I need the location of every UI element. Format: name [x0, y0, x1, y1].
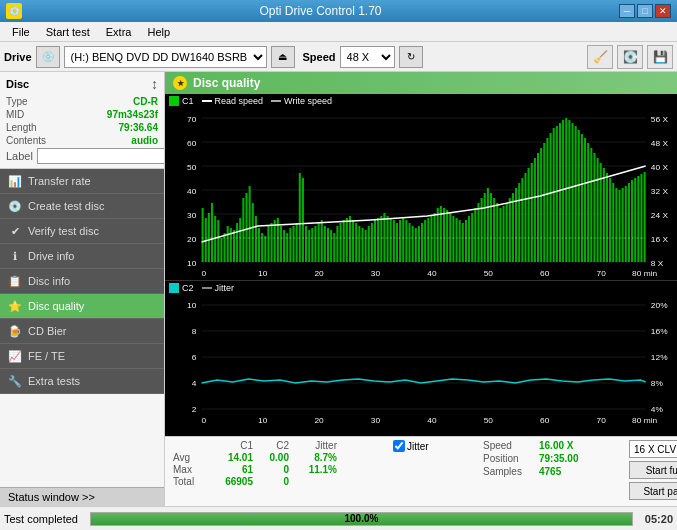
max-label: Max — [173, 464, 205, 475]
svg-text:10: 10 — [187, 259, 197, 268]
svg-rect-109 — [446, 210, 448, 262]
disc-title: Disc — [6, 78, 29, 90]
sidebar-item-fe-te[interactable]: 📈 FE / TE — [0, 344, 164, 369]
svg-rect-105 — [434, 213, 436, 262]
start-full-button[interactable]: Start full — [629, 461, 677, 479]
svg-text:30: 30 — [371, 416, 381, 425]
speed-select[interactable]: 48 X 40 X 32 X — [340, 46, 395, 68]
c1-header: C1 — [209, 440, 253, 451]
total-label: Total — [173, 476, 205, 487]
samples-key: Samples — [483, 466, 533, 477]
jitter-legend-label: Jitter — [215, 283, 235, 293]
svg-rect-57 — [283, 230, 285, 262]
status-window-btn[interactable]: Status window >> — [0, 487, 164, 506]
svg-rect-147 — [565, 118, 567, 262]
svg-rect-117 — [471, 213, 473, 262]
drive-icon-btn[interactable]: 💿 — [36, 46, 60, 68]
contents-value: audio — [131, 135, 158, 146]
svg-rect-67 — [314, 226, 316, 262]
svg-rect-151 — [578, 130, 580, 262]
sidebar-item-transfer-rate[interactable]: 📊 Transfer rate — [0, 169, 164, 194]
drive-select[interactable]: (H:) BENQ DVD DD DW1640 BSRB — [64, 46, 267, 68]
svg-rect-66 — [311, 228, 313, 262]
svg-rect-51 — [264, 236, 266, 262]
maximize-button[interactable]: □ — [637, 4, 653, 18]
svg-rect-85 — [371, 223, 373, 262]
avg-label: Avg — [173, 452, 205, 463]
svg-rect-174 — [165, 295, 677, 425]
svg-rect-83 — [365, 230, 367, 262]
menu-extra[interactable]: Extra — [98, 24, 140, 40]
svg-rect-90 — [387, 216, 389, 262]
svg-text:40 X: 40 X — [651, 163, 669, 172]
svg-rect-139 — [540, 148, 542, 262]
svg-rect-48 — [255, 216, 257, 262]
svg-text:70: 70 — [597, 416, 607, 425]
svg-rect-62 — [299, 173, 301, 262]
svg-rect-61 — [296, 223, 298, 262]
svg-text:12%: 12% — [651, 353, 668, 362]
clean-icon[interactable]: 🧹 — [587, 45, 613, 69]
svg-text:20: 20 — [187, 235, 197, 244]
sidebar: Disc ↕ Type CD-R MID 97m34s23f Length 79… — [0, 72, 165, 506]
svg-rect-60 — [292, 226, 294, 262]
jitter-checkbox[interactable] — [393, 440, 405, 452]
svg-text:56 X: 56 X — [651, 115, 669, 124]
svg-rect-88 — [380, 216, 382, 262]
menu-start-test[interactable]: Start test — [38, 24, 98, 40]
svg-rect-87 — [377, 218, 379, 262]
sidebar-item-verify-test-disc[interactable]: ✔ Verify test disc — [0, 219, 164, 244]
svg-rect-169 — [634, 178, 636, 262]
mid-value: 97m34s23f — [107, 109, 158, 120]
length-label: Length — [6, 122, 37, 133]
svg-rect-163 — [615, 188, 617, 262]
svg-rect-114 — [462, 223, 464, 262]
sidebar-item-drive-info[interactable]: ℹ Drive info — [0, 244, 164, 269]
svg-rect-69 — [321, 220, 323, 262]
sidebar-item-cd-bier[interactable]: 🍺 CD Bier — [0, 319, 164, 344]
svg-rect-31 — [202, 208, 204, 262]
refresh-button[interactable]: ↻ — [399, 46, 423, 68]
save-icon[interactable]: 💾 — [647, 45, 673, 69]
sidebar-item-disc-info[interactable]: 📋 Disc info — [0, 269, 164, 294]
svg-rect-56 — [280, 226, 282, 262]
speed-mode-select[interactable]: 16 X CLV 24 X CLV 32 X CLV 48 X CLV MAX … — [629, 440, 677, 458]
svg-rect-86 — [374, 220, 376, 262]
menu-help[interactable]: Help — [139, 24, 178, 40]
sidebar-item-extra-tests[interactable]: 🔧 Extra tests — [0, 369, 164, 394]
svg-rect-102 — [424, 220, 426, 262]
c2-header: C2 — [257, 440, 289, 451]
disc-collapse-btn[interactable]: ↕ — [151, 76, 158, 92]
disc-icon[interactable]: 💽 — [617, 45, 643, 69]
svg-text:24 X: 24 X — [651, 211, 669, 220]
sidebar-item-disc-quality[interactable]: ⭐ Disc quality — [0, 294, 164, 319]
svg-rect-108 — [443, 208, 445, 262]
app-title: Opti Drive Control 1.70 — [22, 4, 619, 18]
c1-legend: C1 — [169, 96, 194, 106]
svg-rect-72 — [330, 230, 332, 262]
svg-rect-39 — [227, 226, 229, 262]
sidebar-item-create-test-disc[interactable]: 💿 Create test disc — [0, 194, 164, 219]
minimize-button[interactable]: ─ — [619, 4, 635, 18]
svg-text:60: 60 — [187, 139, 197, 148]
label-input[interactable] — [37, 148, 165, 164]
svg-rect-73 — [333, 233, 335, 262]
menu-file[interactable]: File — [4, 24, 38, 40]
start-part-button[interactable]: Start part — [629, 482, 677, 500]
svg-text:40: 40 — [187, 187, 197, 196]
nav-label-fe-te: FE / TE — [28, 350, 65, 362]
title-bar: 💿 Opti Drive Control 1.70 ─ □ ✕ — [0, 0, 677, 22]
max-c1: 61 — [209, 464, 253, 475]
eject-button[interactable]: ⏏ — [271, 46, 295, 68]
write-speed-box — [271, 100, 281, 102]
progress-label: 100.0% — [91, 513, 632, 525]
svg-rect-124 — [493, 198, 495, 262]
svg-rect-144 — [556, 126, 558, 262]
svg-rect-126 — [499, 208, 501, 262]
svg-rect-166 — [625, 186, 627, 262]
svg-rect-59 — [289, 228, 291, 262]
close-button[interactable]: ✕ — [655, 4, 671, 18]
svg-rect-138 — [537, 153, 539, 262]
svg-rect-116 — [468, 216, 470, 262]
svg-rect-168 — [631, 180, 633, 262]
